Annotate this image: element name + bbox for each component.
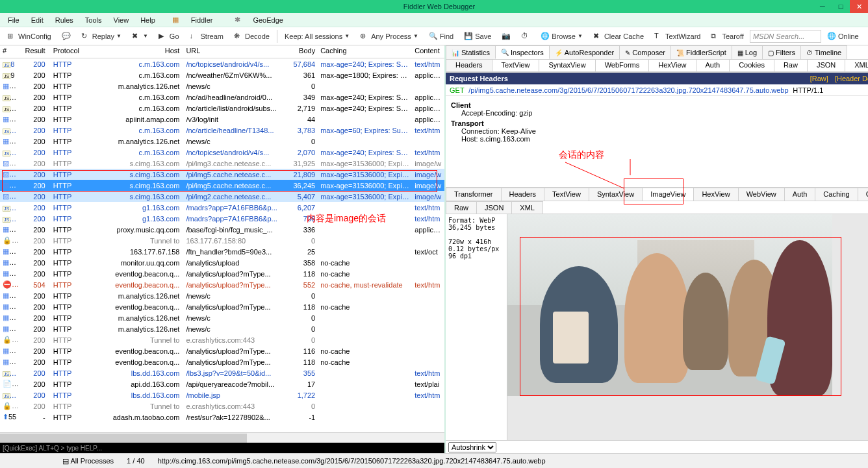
- table-row[interactable]: 📄51200HTTPapi.dd.163.com/api/queryareaco…: [0, 378, 444, 389]
- tab-log[interactable]: ▦Log: [732, 45, 763, 59]
- table-row[interactable]: ⬆55-HTTPadash.m.taobao.com/rest/sur?ak=1…: [0, 412, 444, 423]
- resptab-raw[interactable]: Raw: [446, 201, 477, 214]
- menu-view[interactable]: View: [108, 15, 134, 25]
- table-row[interactable]: JS11200HTTPc.m.163.com/nc/ad/headline/an…: [0, 92, 444, 103]
- toolbar-decode[interactable]: ❋Decode: [229, 30, 274, 43]
- maximize-button[interactable]: □: [832, 0, 850, 13]
- toolbar-winconfig[interactable]: ⊞WinConfig: [3, 30, 56, 43]
- reqtab-auth[interactable]: Auth: [696, 60, 730, 72]
- resptab-webview[interactable]: WebView: [738, 188, 785, 201]
- table-row[interactable]: JS9200HTTPc.m.163.com/nc/weather/6ZmV6KW…: [0, 69, 444, 80]
- resptab-caching[interactable]: Caching: [815, 188, 858, 201]
- resptab-json[interactable]: JSON: [476, 201, 512, 214]
- reqtab-headers[interactable]: Headers: [446, 60, 492, 72]
- table-row[interactable]: ⛔29504HTTPeventlog.beacon.q.../analytics…: [0, 279, 444, 290]
- tab-timeline[interactable]: ⏱Timeline: [800, 45, 847, 59]
- col-content[interactable]: Content: [412, 45, 444, 58]
- toolbar-replay[interactable]: ↻Replay ▼: [77, 30, 126, 43]
- resptab-auth[interactable]: Auth: [784, 188, 816, 201]
- resptab-headers[interactable]: Headers: [501, 188, 545, 201]
- reqtab-hexview[interactable]: HexView: [648, 60, 696, 72]
- menu-file[interactable]: File: [3, 15, 25, 25]
- request-headers-tree[interactable]: Client Accept-Encoding: gzip Transport C…: [446, 96, 868, 161]
- toolbar-textwizard[interactable]: TTextWizard: [650, 30, 705, 43]
- tab-fiddlerscript[interactable]: 📜FiddlerScript: [670, 45, 732, 59]
- status-processes[interactable]: ▤ All Processes: [62, 457, 114, 465]
- image-preview[interactable]: [507, 214, 868, 440]
- col-body[interactable]: Body: [287, 45, 318, 58]
- toolbar-anyprocess[interactable]: ⊕Any Process ▼: [355, 30, 423, 43]
- table-row[interactable]: 🔒25200HTTPTunnel to163.177.67.158:800: [0, 235, 444, 246]
- tab-autoresponder[interactable]: ⚡AutoResponder: [549, 45, 620, 59]
- reqtab-cookies[interactable]: Cookies: [729, 60, 774, 72]
- table-row[interactable]: ▨18200HTTPs.cimg.163.com/pi/img5.cache.n…: [0, 169, 444, 180]
- table-row[interactable]: ▦15200HTTPm.analytics.126.net/news/c0: [0, 136, 444, 147]
- menu-rules[interactable]: Rules: [50, 15, 79, 25]
- table-row[interactable]: JS14200HTTPc.m.163.com/nc/article/headli…: [0, 125, 444, 136]
- col-result[interactable]: Result: [19, 45, 51, 58]
- table-row[interactable]: ▦33200HTTPm.analytics.126.net/news/c0: [0, 290, 444, 301]
- reqtab-raw[interactable]: Raw: [774, 60, 808, 72]
- toolbar-x[interactable]: ✖ ▼: [127, 30, 153, 43]
- menu-tools[interactable]: Tools: [80, 15, 107, 25]
- reqtab-syntaxview[interactable]: SyntaxView: [539, 60, 595, 72]
- tab-filters[interactable]: ▢Filters: [762, 45, 801, 59]
- toolbar-cam[interactable]: 📷: [497, 30, 515, 43]
- close-button[interactable]: ✕: [850, 0, 868, 13]
- table-row[interactable]: ▦23200HTTPproxy.music.qq.com/base/fcgi-b…: [0, 224, 444, 235]
- col-num[interactable]: #: [0, 45, 19, 58]
- table-row[interactable]: ▦42200HTTPm.analytics.126.net/news/c0: [0, 323, 444, 334]
- col-host[interactable]: Host: [86, 45, 183, 58]
- table-row[interactable]: 🔒54200HTTPTunnel toe.crashlytics.com:443…: [0, 400, 444, 412]
- minimize-button[interactable]: ─: [813, 0, 832, 13]
- resptab-imageview[interactable]: ImageView: [642, 188, 694, 201]
- reqtab-xml[interactable]: XML: [845, 60, 868, 72]
- resptab-xml[interactable]: XML: [511, 201, 543, 214]
- menu-help[interactable]: Help: [135, 15, 160, 25]
- toolbar-keepallsessions[interactable]: Keep: All sessions ▼: [280, 31, 354, 42]
- quickexec[interactable]: [QuickExec] ALT+Q > type HELP...: [0, 443, 444, 453]
- menu-edit[interactable]: Edit: [26, 15, 49, 25]
- toolbar-save[interactable]: 💾Save: [459, 30, 496, 43]
- table-row[interactable]: ▦26200HTTP163.177.67.158/ftn_handler?bmd…: [0, 246, 444, 257]
- table-row[interactable]: ▨20200HTTPs.cimg.163.com/pi/img2.cache.n…: [0, 191, 444, 202]
- table-row[interactable]: JS50200HTTPlbs.dd.163.com/lbs3.jsp?v=209…: [0, 367, 444, 378]
- toolbar-go[interactable]: ▶Go: [154, 30, 184, 43]
- header-def-link[interactable]: [Header Definition: [835, 75, 868, 82]
- col-caching[interactable]: Caching: [318, 45, 412, 58]
- header-group-client[interactable]: Client: [451, 101, 868, 109]
- tab-composer[interactable]: ✎Composer: [619, 45, 671, 59]
- toolbar-browse[interactable]: 🌐Browse ▼: [536, 30, 587, 43]
- reqtab-json[interactable]: JSON: [807, 60, 845, 72]
- table-row[interactable]: JS12200HTTPc.m.163.com/nc/article/list/a…: [0, 103, 444, 114]
- table-row[interactable]: JS52200HTTPlbs.dd.163.com/mobile.jsp1,72…: [0, 389, 444, 400]
- col-url[interactable]: URL: [183, 45, 287, 58]
- toolbar-clearcache[interactable]: ✖Clear Cache: [589, 30, 648, 43]
- table-row[interactable]: JS21200HTTPg1.163.com/madrs?app=7A16FBB6…: [0, 202, 444, 213]
- tab-statistics[interactable]: 📊Statistics: [446, 45, 496, 59]
- reqtab-webforms[interactable]: WebForms: [595, 60, 650, 72]
- msdn-search[interactable]: MSDN Search...: [750, 30, 821, 43]
- table-row[interactable]: ▦38200HTTPm.analytics.126.net/news/c0: [0, 312, 444, 323]
- table-row[interactable]: ▦13200HTTPapiinit.amap.com/v3/log/init44…: [0, 114, 444, 125]
- reqtab-textview[interactable]: TextView: [492, 60, 540, 72]
- menu-geoedge[interactable]: ✱GeoEdge: [224, 13, 293, 27]
- resptab-syntaxview[interactable]: SyntaxView: [589, 188, 643, 201]
- autoshrink-select[interactable]: Autoshrink: [448, 442, 496, 452]
- toolbar-find[interactable]: 🔍Find: [424, 30, 458, 43]
- toolbar-online[interactable]: 🌐Online: [823, 30, 863, 43]
- toolbar-stream[interactable]: ↓Stream: [185, 30, 228, 43]
- table-row[interactable]: ▦35200HTTPeventlog.beacon.q.../analytics…: [0, 301, 444, 312]
- table-row[interactable]: ▦10200HTTPm.analytics.126.net/news/c0: [0, 80, 444, 92]
- menu-fiddler[interactable]: ▦Fiddler: [162, 13, 223, 27]
- table-row[interactable]: JS16200HTTPc.m.163.com/nc/topicset/andro…: [0, 147, 444, 158]
- header-group-transport[interactable]: Transport: [451, 119, 868, 127]
- table-row[interactable]: ▦48200HTTPeventlog.beacon.q.../analytics…: [0, 345, 444, 356]
- table-row[interactable]: ▦27200HTTPmonitor.uu.qq.com/analytics/up…: [0, 257, 444, 268]
- table-row[interactable]: JS8200HTTPc.m.163.com/nc/topicset/androi…: [0, 58, 444, 69]
- resptab-textview[interactable]: TextView: [544, 188, 589, 201]
- table-row[interactable]: ▦49200HTTPeventlog.beacon.q.../analytics…: [0, 356, 444, 367]
- table-row[interactable]: JS22200HTTPg1.163.com/madrs?app=7A16FBB6…: [0, 213, 444, 224]
- tab-inspectors[interactable]: 🔍Inspectors: [495, 45, 550, 59]
- table-row[interactable]: ▦28200HTTPeventlog.beacon.q.../analytics…: [0, 268, 444, 279]
